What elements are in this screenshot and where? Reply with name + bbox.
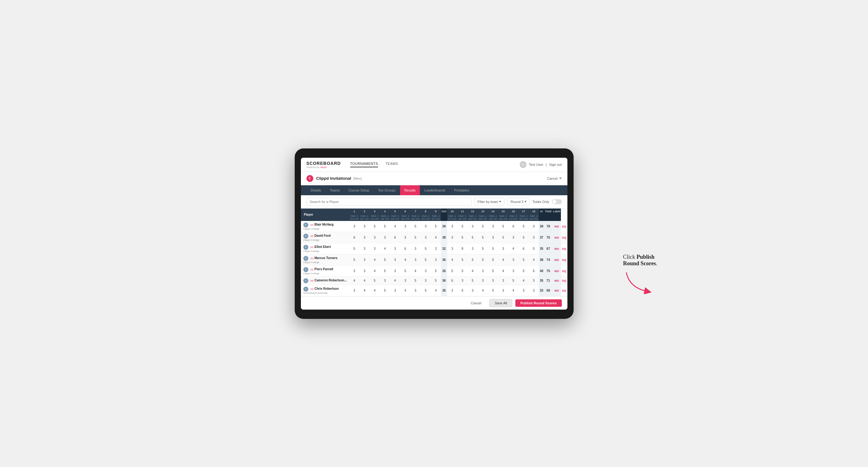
score-cell[interactable]: 37 — [539, 232, 545, 243]
score-cell[interactable]: 5 — [519, 254, 529, 265]
score-cell[interactable]: DQ — [561, 276, 567, 285]
score-cell[interactable]: 5 — [488, 265, 498, 276]
score-cell[interactable]: 35 — [441, 265, 447, 276]
score-cell[interactable]: 3 — [447, 221, 457, 232]
score-cell[interactable]: 5 — [431, 221, 441, 232]
score-cell[interactable]: 5 — [488, 285, 498, 296]
score-cell[interactable]: 6 — [508, 221, 519, 232]
score-cell[interactable]: 5 — [431, 276, 441, 285]
score-cell[interactable]: 4 — [498, 265, 508, 276]
score-cell[interactable]: 3 — [360, 265, 370, 276]
score-cell[interactable]: 5 — [477, 243, 488, 254]
score-cell[interactable]: 5 — [400, 265, 410, 276]
score-cell[interactable]: 6 — [447, 276, 457, 285]
footer-cancel-button[interactable]: Cancel — [466, 299, 486, 307]
search-input[interactable] — [307, 198, 472, 206]
score-cell[interactable]: 5 — [380, 285, 390, 296]
score-cell[interactable]: 4 — [349, 276, 360, 285]
save-all-button[interactable]: Save All — [489, 299, 512, 307]
score-cell[interactable]: 38 — [441, 232, 447, 243]
score-cell[interactable]: 39 — [539, 221, 545, 232]
score-cell[interactable]: 38 — [539, 254, 545, 265]
score-cell[interactable]: 5 — [519, 232, 529, 243]
score-cell[interactable]: 5 — [410, 221, 421, 232]
score-cell[interactable]: 3 — [370, 232, 380, 243]
score-cell[interactable]: 5 — [349, 254, 360, 265]
score-cell[interactable]: 3 — [488, 232, 498, 243]
score-cell[interactable]: 3 — [468, 285, 478, 296]
score-cell[interactable]: 3 — [468, 243, 478, 254]
score-cell[interactable]: 3 — [421, 232, 431, 243]
score-cell[interactable]: 3 — [488, 276, 498, 285]
score-cell[interactable]: 5 — [519, 221, 529, 232]
score-cell[interactable]: 3 — [529, 285, 539, 296]
score-cell[interactable]: 3 — [410, 243, 421, 254]
score-cell[interactable]: DQ — [561, 221, 567, 232]
score-cell[interactable]: 5 — [349, 243, 360, 254]
score-cell[interactable]: 3 — [390, 285, 400, 296]
score-cell[interactable]: 3 — [360, 221, 370, 232]
score-cell[interactable]: 3 — [447, 285, 457, 296]
score-cell[interactable]: 5 — [380, 254, 390, 265]
score-cell[interactable]: 4 — [410, 265, 421, 276]
score-cell[interactable]: 4 — [390, 221, 400, 232]
tab-leaderboards[interactable]: Leaderboards — [420, 185, 450, 195]
score-cell[interactable]: 3 — [447, 243, 457, 254]
tab-results[interactable]: Results — [400, 185, 420, 195]
score-cell[interactable]: 4 — [380, 243, 390, 254]
tab-teams[interactable]: Teams — [326, 185, 344, 195]
score-cell[interactable]: 5 — [410, 276, 421, 285]
score-cell[interactable]: 3 — [519, 285, 529, 296]
score-cell[interactable]: 5 — [468, 276, 478, 285]
score-cell[interactable]: 5 — [468, 254, 478, 265]
score-cell[interactable]: 68 — [544, 285, 552, 296]
score-cell[interactable]: 35 — [539, 243, 545, 254]
score-cell[interactable]: DQ — [561, 254, 567, 265]
score-cell[interactable]: DQ — [561, 232, 567, 243]
score-cell[interactable]: 4 — [508, 243, 519, 254]
score-cell[interactable]: 3 — [508, 265, 519, 276]
score-cell[interactable]: WD — [552, 221, 561, 232]
score-cell[interactable]: 36 — [441, 254, 447, 265]
score-cell[interactable]: 5 — [498, 232, 508, 243]
score-cell[interactable]: 3 — [400, 232, 410, 243]
score-cell[interactable]: 5 — [457, 265, 468, 276]
score-cell[interactable]: 6 — [519, 243, 529, 254]
score-cell[interactable]: 5 — [431, 265, 441, 276]
score-cell[interactable]: 3 — [421, 276, 431, 285]
score-cell[interactable]: 39 — [441, 221, 447, 232]
score-cell[interactable]: 5 — [477, 254, 488, 265]
score-cell[interactable]: 5 — [519, 265, 529, 276]
score-cell[interactable]: 4 — [431, 232, 441, 243]
score-cell[interactable]: 3 — [370, 243, 380, 254]
score-cell[interactable]: 4 — [519, 276, 529, 285]
score-cell[interactable]: WD — [552, 232, 561, 243]
score-cell[interactable]: 74 — [544, 254, 552, 265]
score-cell[interactable]: 3 — [421, 221, 431, 232]
score-cell[interactable]: 5 — [488, 243, 498, 254]
score-cell[interactable]: 4 — [400, 285, 410, 296]
score-cell[interactable]: 32 — [441, 243, 447, 254]
score-cell[interactable]: 3 — [529, 276, 539, 285]
score-cell[interactable]: 67 — [544, 243, 552, 254]
score-cell[interactable]: 3 — [477, 265, 488, 276]
score-cell[interactable]: 3 — [360, 243, 370, 254]
score-cell[interactable]: DQ — [561, 243, 567, 254]
cancel-button[interactable]: Cancel ✕ — [547, 176, 561, 180]
tab-tee-groups[interactable]: Tee Groups — [374, 185, 400, 195]
score-cell[interactable]: 6 — [390, 232, 400, 243]
score-cell[interactable]: 4 — [508, 285, 519, 296]
score-cell[interactable]: 4 — [370, 265, 380, 276]
score-cell[interactable]: 5 — [477, 221, 488, 232]
score-cell[interactable]: 4 — [370, 254, 380, 265]
score-cell[interactable]: 5 — [380, 265, 390, 276]
score-cell[interactable]: 35 — [441, 285, 447, 296]
score-cell[interactable]: DQ — [561, 285, 567, 296]
score-cell[interactable]: 5 — [457, 254, 468, 265]
score-cell[interactable]: 6 — [529, 265, 539, 276]
score-cell[interactable]: 5 — [421, 254, 431, 265]
score-cell[interactable]: 3 — [457, 276, 468, 285]
score-cell[interactable]: 3 — [360, 254, 370, 265]
score-cell[interactable]: DQ — [561, 265, 567, 276]
score-cell[interactable]: 3 — [410, 254, 421, 265]
